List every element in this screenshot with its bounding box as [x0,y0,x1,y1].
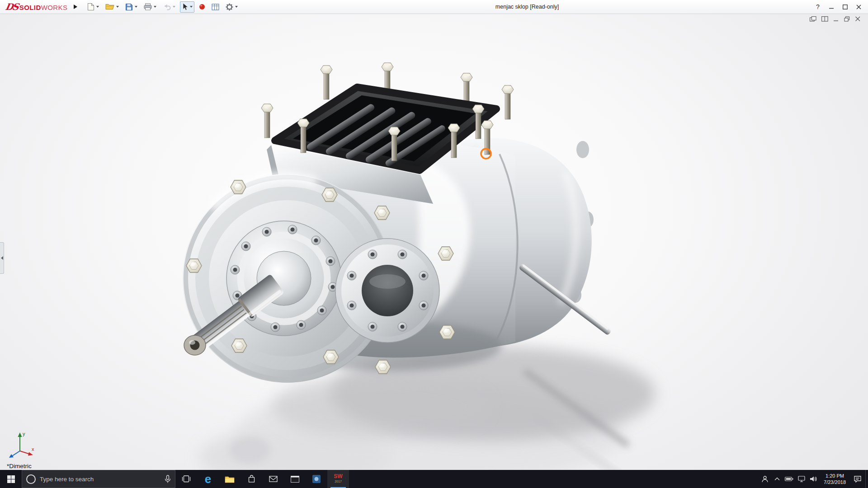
record-button[interactable] [197,1,207,13]
ds-logo-glyph: DS [5,1,19,12]
window-controls: ? [811,1,865,13]
windows-taskbar: e SW 2017 [0,470,868,488]
volume-icon [810,476,817,482]
terminal-button[interactable] [284,470,306,488]
pane-cascade-icon[interactable] [810,16,816,22]
y-axis-label: y [23,431,25,436]
open-icon [105,3,114,10]
dropdown-caret [154,6,156,8]
select-cursor-icon [182,3,188,11]
dropdown-caret [135,6,137,8]
close-icon [856,5,861,9]
minimize-button[interactable] [825,1,838,13]
dropdown-caret [116,6,119,8]
close-button[interactable] [852,1,865,13]
record-icon [199,4,205,10]
mail-button[interactable] [262,470,284,488]
select-tool-button[interactable] [180,1,194,13]
notifications-icon [854,475,862,483]
chevron-up-icon [774,477,780,481]
print-icon [144,3,152,10]
dropdown-caret [190,6,193,8]
doc-close-icon[interactable] [855,16,861,22]
network-icon [798,476,805,482]
document-window-controls [810,16,861,22]
people-icon [761,475,769,483]
store-button[interactable] [241,470,262,488]
photos-app-icon [312,474,321,483]
save-button[interactable] [123,1,139,13]
graphics-viewport[interactable]: y x *Dimetric [0,14,868,470]
titlebar: DS SOLID WORKS [0,0,868,14]
pane-split-icon[interactable] [821,16,828,22]
bearing-cover-plate[interactable] [335,239,439,343]
menu-expand-icon[interactable] [74,5,77,9]
y-axis-arrow [18,432,22,437]
doc-restore-icon[interactable] [844,16,850,22]
dropdown-caret [235,6,238,8]
store-bag-icon [248,475,255,483]
task-view-icon [182,475,191,483]
x-axis-label: x [32,446,34,452]
featuremanager-collapsed-tab[interactable] [0,242,4,274]
solidworks-app-icon: SW 2017 [334,474,342,484]
quick-access-toolbar [85,1,240,13]
minimize-icon [829,5,834,9]
system-tray: 1:20 PM 7/23/2018 [759,470,868,488]
view-orientation-label: *Dimetric [7,463,32,469]
dropdown-caret [173,6,175,8]
solidworks-logo: DS SOLID WORKS [5,1,67,12]
new-document-icon [87,3,94,11]
gear-icon [226,3,233,11]
cortana-icon[interactable] [26,474,36,484]
file-explorer-icon [225,475,235,483]
terminal-window-icon [291,476,299,483]
design-table-icon [212,4,219,10]
clock-time: 1:20 PM [826,473,844,479]
logo-text-works: WORKS [41,4,68,11]
maximize-button[interactable] [838,1,852,13]
open-button[interactable] [104,1,121,13]
task-view-button[interactable] [175,470,197,488]
file-explorer-button[interactable] [219,470,241,488]
save-icon [125,3,133,11]
network-button[interactable] [795,470,807,488]
edge-button[interactable]: e [197,470,219,488]
reference-triad: y x [5,428,37,459]
volume-button[interactable] [807,470,820,488]
help-button[interactable]: ? [811,1,825,13]
hidden-icons-button[interactable] [771,470,783,488]
action-center-button[interactable] [850,470,865,488]
microphone-icon[interactable] [165,475,171,483]
windows-logo-icon [7,475,15,483]
battery-button[interactable] [783,470,795,488]
photos-button[interactable] [306,470,327,488]
solidworks-taskbar-button[interactable]: SW 2017 [327,470,349,488]
collapse-arrow-icon [1,256,3,260]
clock-date: 7/23/2018 [824,479,846,485]
options-button[interactable] [224,1,240,13]
sw-year: 2017 [335,479,342,484]
show-desktop-button[interactable] [865,470,868,488]
design-table-button[interactable] [210,1,221,13]
taskbar-clock[interactable]: 1:20 PM 7/23/2018 [820,473,850,485]
document-title: menjac sklop [Read-only] [495,4,559,10]
battery-icon [785,477,793,481]
taskbar-search[interactable] [22,470,175,488]
sw-letters: SW [334,474,342,479]
maximize-icon [843,5,848,9]
x-axis-arrow [28,452,33,456]
people-button[interactable] [759,470,771,488]
undo-button[interactable] [161,1,177,13]
gearbox-3d-model[interactable] [0,14,868,470]
undo-icon [163,3,171,10]
start-button[interactable] [0,470,22,488]
edge-icon: e [205,473,211,485]
mail-icon [269,476,278,482]
dropdown-caret [96,6,99,8]
logo-text-solid: SOLID [19,4,41,11]
print-button[interactable] [142,1,158,13]
search-input[interactable] [40,476,160,483]
doc-minimize-icon[interactable] [833,16,839,22]
new-document-button[interactable] [85,1,101,13]
